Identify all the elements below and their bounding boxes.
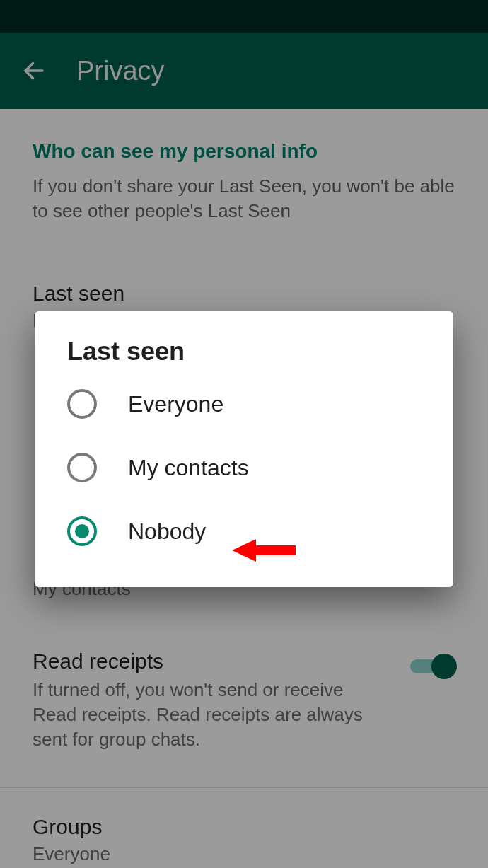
option-everyone[interactable]: Everyone [35,372,453,436]
option-label: Everyone [128,391,223,417]
dialog-title: Last seen [35,337,453,372]
option-label: My contacts [128,455,249,481]
radio-icon [67,453,97,482]
option-nobody[interactable]: Nobody [35,499,453,563]
radio-icon [67,389,97,419]
option-label: Nobody [128,519,206,545]
last-seen-dialog: Last seen Everyone My contacts Nobody [35,311,453,587]
option-my-contacts[interactable]: My contacts [35,436,453,499]
radio-selected-icon [67,516,97,546]
